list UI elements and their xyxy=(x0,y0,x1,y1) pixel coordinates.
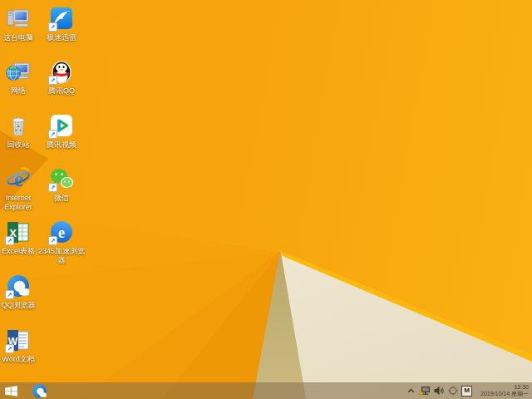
ime-indicator[interactable]: M xyxy=(461,386,472,397)
shortcut-arrow-icon: ↗ xyxy=(5,344,14,353)
svg-text:e: e xyxy=(58,224,65,241)
xunlei-icon: ↗ xyxy=(48,5,75,32)
desktop-icon-label: 腾讯视频 xyxy=(35,140,88,150)
network-icon xyxy=(5,58,32,85)
this-pc-icon xyxy=(5,5,32,32)
desktop-icon-label: 腾讯QQ xyxy=(35,86,88,96)
taskbar-clock[interactable]: 12:30 2019/10/14 星期一 xyxy=(475,384,530,397)
volume-icon[interactable] xyxy=(434,386,445,396)
excel-icon: X ↗ xyxy=(5,219,32,245)
shortcut-arrow-icon: ↗ xyxy=(48,22,57,32)
taskbar: M 12:30 2019/10/14 星期一 xyxy=(0,382,532,399)
2345-browser-icon: e ↗ xyxy=(48,219,75,245)
desktop-icon-qq-browser[interactable]: ↗ QQ浏览器 xyxy=(0,273,45,310)
system-tray: M 12:30 2019/10/14 星期一 xyxy=(407,382,530,399)
desktop-icon-label: Word文档 xyxy=(0,355,45,364)
clock-time: 12:30 xyxy=(475,384,529,391)
taskbar-qq-browser-button[interactable] xyxy=(32,383,47,399)
windows-logo-icon xyxy=(5,386,17,397)
shortcut-arrow-icon: ↗ xyxy=(5,236,14,245)
desktop-icon-2345-browser[interactable]: e ↗ 2345加速浏览器 xyxy=(35,219,88,265)
shortcut-arrow-icon: ↗ xyxy=(48,183,57,192)
clock-date: 2019/10/14 星期一 xyxy=(475,391,529,397)
internet-explorer-icon: e xyxy=(5,165,32,192)
desktop-icon-label: 微信 xyxy=(35,194,88,203)
start-button[interactable] xyxy=(5,386,17,397)
qq-penguin-icon: ↗ xyxy=(48,58,75,85)
tencent-video-icon: ↗ xyxy=(48,112,75,139)
desktop-screen: 这台电脑 网络 xyxy=(0,0,532,399)
hidden-icons-chevron-icon[interactable] xyxy=(407,388,415,393)
shortcut-arrow-icon: ↗ xyxy=(48,130,57,139)
shortcut-arrow-icon: ↗ xyxy=(48,76,57,85)
desktop-icon-label: 极速迅雷 xyxy=(35,33,88,42)
desktop-icon-label: 2345加速浏览器 xyxy=(35,247,88,265)
desktop-icon-xunlei-speed[interactable]: ↗ 极速迅雷 xyxy=(35,5,88,42)
word-icon: W ↗ xyxy=(5,327,32,353)
desktop-icon-tencent-qq[interactable]: ↗ 腾讯QQ xyxy=(35,58,88,96)
recycle-bin-icon xyxy=(5,112,32,139)
qq-browser-icon xyxy=(32,383,47,399)
action-target-icon[interactable] xyxy=(448,386,458,396)
desktop-icon-tencent-video[interactable]: ↗ 腾讯视频 xyxy=(35,112,88,150)
desktop-icon-wechat[interactable]: ↗ 微信 xyxy=(35,165,88,203)
svg-text:e: e xyxy=(13,168,22,190)
wechat-icon: ↗ xyxy=(48,165,75,192)
qq-browser-icon: ↗ xyxy=(5,273,32,299)
desktop-icon-label: QQ浏览器 xyxy=(0,301,45,310)
shortcut-arrow-icon: ↗ xyxy=(48,236,57,245)
desktop-icon-word[interactable]: W ↗ Word文档 xyxy=(0,327,45,364)
network-warning-icon[interactable] xyxy=(418,386,431,397)
shortcut-arrow-icon: ↗ xyxy=(5,290,14,299)
